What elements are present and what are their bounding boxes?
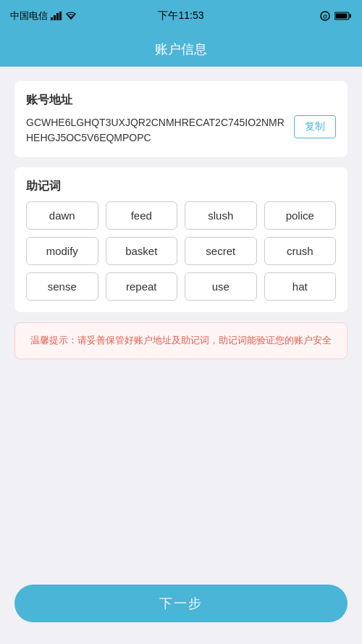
warning-box: 温馨提示：请妥善保管好账户地址及助记词，助记词能验证您的账户安全 — [14, 322, 348, 359]
copy-button[interactable]: 复制 — [294, 115, 336, 138]
battery-icon — [334, 12, 352, 20]
status-bar-left: 中国电信 — [10, 9, 77, 22]
warning-text: 温馨提示：请妥善保管好账户地址及助记词，助记词能验证您的账户安全 — [30, 335, 332, 346]
address-section: 账号地址 GCWHE6LGHQT3UXJQR2CNMHRECAT2C745IO2… — [14, 81, 348, 157]
mnemonic-word: sense — [26, 272, 98, 301]
svg-text:@: @ — [322, 14, 327, 19]
svg-rect-0 — [51, 17, 53, 20]
mnemonic-word: slush — [185, 201, 257, 230]
status-bar-right: @ — [320, 11, 352, 21]
mnemonic-grid: dawnfeedslushpolicemodifybasketsecretcru… — [26, 201, 336, 301]
mnemonic-word: use — [185, 272, 257, 301]
mnemonic-label: 助记词 — [26, 179, 336, 194]
mnemonic-word: crush — [264, 237, 337, 265]
app-header: 账户信息 — [0, 32, 362, 67]
mnemonic-word: dawn — [26, 201, 98, 230]
mnemonic-word: feed — [106, 201, 178, 230]
mnemonic-word: secret — [185, 237, 257, 265]
address-row: GCWHE6LGHQT3UXJQR2CNMHRECAT2C745IO2NMRHE… — [26, 115, 336, 146]
svg-rect-1 — [54, 15, 56, 20]
mnemonic-word: repeat — [106, 272, 178, 301]
svg-rect-3 — [59, 12, 62, 20]
wifi-icon — [65, 12, 77, 20]
carrier-text: 中国电信 — [10, 9, 48, 22]
mnemonic-section: 助记词 dawnfeedslushpolicemodifybasketsecre… — [14, 167, 348, 312]
svg-rect-2 — [56, 13, 59, 20]
address-value: GCWHE6LGHQT3UXJQR2CNMHRECAT2C745IO2NMRHE… — [26, 115, 285, 146]
main-content: 账号地址 GCWHE6LGHQT3UXJQR2CNMHRECAT2C745IO2… — [0, 67, 362, 573]
sim-icon: @ — [320, 11, 330, 21]
signal-icon — [51, 12, 62, 20]
mnemonic-word: modify — [26, 237, 98, 265]
address-label: 账号地址 — [26, 93, 336, 108]
status-bar-time: 下午11:53 — [158, 9, 203, 22]
header-title: 账户信息 — [155, 41, 207, 58]
status-bar: 中国电信 下午11:53 @ — [0, 0, 362, 32]
mnemonic-word: hat — [264, 272, 337, 301]
mnemonic-word: police — [264, 201, 337, 230]
svg-rect-7 — [350, 14, 352, 18]
next-button[interactable]: 下一步 — [14, 585, 348, 622]
mnemonic-word: basket — [106, 237, 178, 265]
next-button-wrapper: 下一步 — [0, 573, 362, 644]
svg-rect-8 — [336, 14, 348, 19]
